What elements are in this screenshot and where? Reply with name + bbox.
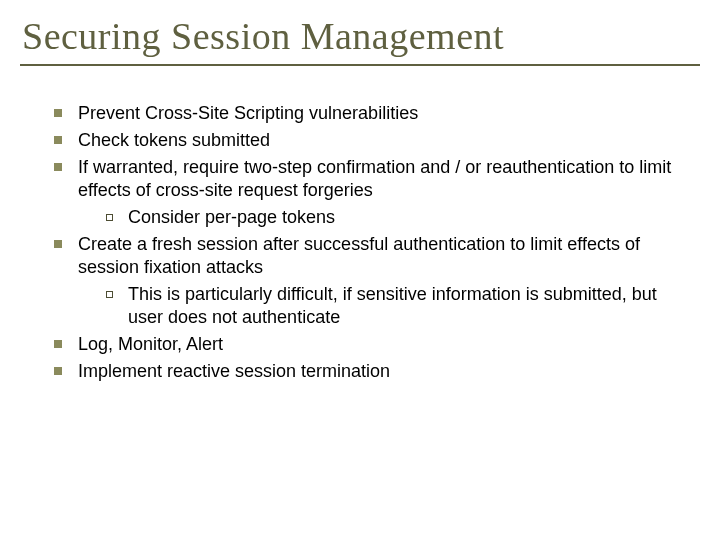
sub-bullet-list: Consider per-page tokens <box>78 206 690 229</box>
list-item-text: If warranted, require two-step confirmat… <box>78 157 671 200</box>
list-item-text: Prevent Cross-Site Scripting vulnerabili… <box>78 103 418 123</box>
list-item: Check tokens submitted <box>54 129 690 152</box>
bullet-list: Prevent Cross-Site Scripting vulnerabili… <box>20 102 700 383</box>
sub-bullet-list: This is particularly difficult, if sensi… <box>78 283 690 329</box>
list-item: Create a fresh session after successful … <box>54 233 690 329</box>
list-item-text: Log, Monitor, Alert <box>78 334 223 354</box>
list-item: This is particularly difficult, if sensi… <box>106 283 690 329</box>
list-item: Log, Monitor, Alert <box>54 333 690 356</box>
list-item-text: This is particularly difficult, if sensi… <box>128 284 657 327</box>
list-item: Implement reactive session termination <box>54 360 690 383</box>
list-item-text: Check tokens submitted <box>78 130 270 150</box>
list-item-text: Create a fresh session after successful … <box>78 234 640 277</box>
list-item: Prevent Cross-Site Scripting vulnerabili… <box>54 102 690 125</box>
slide: Securing Session Management Prevent Cros… <box>0 0 720 540</box>
page-title: Securing Session Management <box>22 14 700 58</box>
list-item-text: Implement reactive session termination <box>78 361 390 381</box>
list-item: If warranted, require two-step confirmat… <box>54 156 690 229</box>
title-rule <box>20 64 700 66</box>
list-item-text: Consider per-page tokens <box>128 207 335 227</box>
list-item: Consider per-page tokens <box>106 206 690 229</box>
